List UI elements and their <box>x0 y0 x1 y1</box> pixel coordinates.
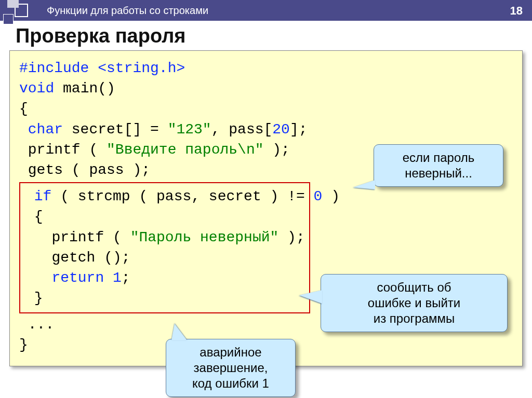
code-text: } <box>19 337 28 353</box>
callout-tail-icon <box>353 180 375 189</box>
code-text: printf ( <box>19 142 107 158</box>
code-text: { <box>25 209 43 225</box>
code-text: printf ( <box>25 229 130 245</box>
code-text <box>104 270 113 286</box>
callout-text: завершение, <box>194 361 268 375</box>
slide-header: Функции для работы со строками 18 <box>0 0 532 21</box>
callout-text: если пароль <box>403 150 474 164</box>
code-text: ]; <box>290 121 308 138</box>
callout-text: из программы <box>374 311 455 325</box>
callout-tail-icon <box>171 324 187 340</box>
code-text: "123" <box>168 121 211 138</box>
callout-text: сообщить об <box>377 280 451 294</box>
code-text: ); <box>278 229 304 245</box>
code-text: , pass[ <box>211 121 273 138</box>
callout-report-exit: сообщить об ошибке и выйти из программы <box>321 274 508 332</box>
callout-text: аварийное <box>200 345 261 359</box>
callout-error-code: аварийное завершение, код ошибки 1 <box>166 339 296 397</box>
code-text: ); <box>263 142 289 158</box>
code-text: if <box>25 188 51 204</box>
code-text: ) <box>322 188 340 204</box>
page-number: 18 <box>510 4 523 18</box>
code-text: char <box>19 121 63 138</box>
code-text: 20 <box>272 121 290 138</box>
callout-tail-icon <box>299 290 322 304</box>
code-text: "Введите пароль\n" <box>107 142 263 158</box>
callout-wrong-password: если пароль неверный... <box>374 144 503 187</box>
code-text: secret[] = <box>63 121 168 138</box>
code-text: 1 <box>113 270 122 286</box>
breadcrumb: Функции для работы со строками <box>47 5 208 17</box>
highlight-box: if ( strcmp ( pass, secret ) != 0 ) { pr… <box>19 182 310 313</box>
code-text: 0 <box>314 188 323 204</box>
code-text: <string.h> <box>98 60 185 76</box>
code-text: getch (); <box>25 250 130 266</box>
callout-text: неверный... <box>405 166 472 180</box>
code-text: main() <box>54 80 115 97</box>
code-text: return <box>25 270 104 286</box>
page-title: Проверка пароля <box>16 25 532 47</box>
code-panel: #include <string.h> void main() { char s… <box>9 50 523 366</box>
code-text: gets ( pass ); <box>19 162 150 178</box>
code-text: void <box>19 80 54 97</box>
code-text: "Пароль неверный" <box>130 229 279 245</box>
code-text: ( strcmp ( pass, secret ) != <box>51 188 313 204</box>
code-text: ... <box>19 317 54 333</box>
code-text: } <box>25 290 43 306</box>
callout-text: код ошибки 1 <box>192 376 269 390</box>
code-text: { <box>19 101 28 117</box>
callout-text: ошибке и выйти <box>368 296 460 310</box>
code-text: ; <box>122 270 130 286</box>
decor-icon <box>15 4 28 17</box>
code-text: #include <box>19 60 98 76</box>
